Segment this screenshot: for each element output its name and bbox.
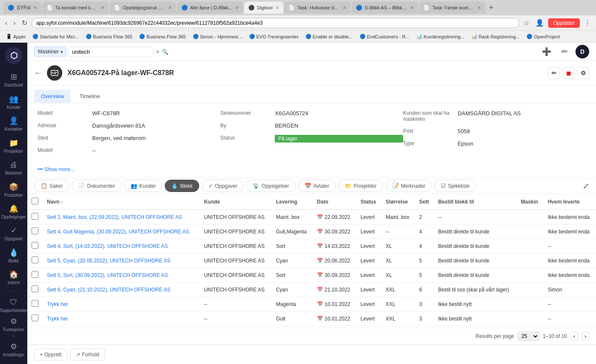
per-page-select[interactable]: 25 50 100 — [518, 332, 539, 341]
sidebar-item-oppgaver[interactable]: ✓ Oppgaver — [3, 224, 24, 244]
tab-dblikk[interactable]: 🔵 D-Blikk AS – Blikke... ✕ — [352, 2, 418, 14]
tab-task-hvitvaske[interactable]: 📄 Task: Hvitvaske dom... ✕ — [284, 2, 351, 14]
tab-task-forste[interactable]: 📄 Task: Første kontak... ✕ — [419, 2, 486, 14]
bookmark-bf365-1[interactable]: 🔵Business Flow 365 — [83, 33, 135, 40]
prev-page-button[interactable]: ‹ — [570, 332, 578, 341]
user-avatar[interactable]: D — [576, 45, 589, 58]
forhold-button[interactable]: ↗ Forhold — [70, 349, 105, 361]
sub-tab-sjekkliste[interactable]: ☑ Sjekkliste — [434, 180, 476, 192]
search-badge[interactable]: Maskiner ▾ — [34, 47, 67, 57]
edit-toggle-button[interactable]: ✏ — [558, 45, 571, 58]
bookmark-button[interactable]: ☆ — [522, 18, 531, 28]
row-checkbox-6[interactable] — [32, 300, 38, 307]
bookmark-startside[interactable]: 🔵Startside for Micr... — [30, 33, 81, 40]
row-checkbox-3[interactable] — [32, 256, 38, 263]
header-sett[interactable]: Sett — [415, 194, 433, 210]
show-more-link[interactable]: ••• Show more... — [27, 166, 596, 178]
expand-button[interactable]: ⤢ — [583, 181, 589, 191]
header-kunde[interactable]: Kunde — [200, 194, 272, 210]
tab-close-2[interactable]: ✕ — [101, 5, 105, 11]
record-back-button[interactable]: ← — [34, 69, 42, 78]
tab-close-6[interactable]: ✕ — [343, 5, 346, 11]
header-levering[interactable]: Levering — [272, 194, 313, 210]
sub-tab-blekk[interactable]: 💧 Blekk — [165, 180, 199, 192]
header-maskin[interactable]: Maskin — [517, 194, 544, 210]
search-submit-icon[interactable]: 🔍 — [162, 49, 169, 55]
sidebar-item-oppfolginger[interactable]: 🔔 Oppfølginger — [3, 201, 24, 221]
sidebar-item-dashbord[interactable]: ⊞ Dashbord — [3, 70, 24, 90]
sub-tab-oppgaver[interactable]: ✓ Oppgaver — [202, 180, 244, 192]
search-clear-icon[interactable]: ✕ — [155, 49, 160, 55]
header-dato[interactable]: Dato — [313, 194, 356, 210]
tab-timeline[interactable]: Timeline — [73, 90, 107, 103]
header-navn[interactable]: Navn ↑ — [43, 194, 200, 210]
select-all-checkbox[interactable] — [32, 198, 38, 204]
tab-syfol[interactable]: 🔵 SYFol ✕ — [3, 2, 41, 14]
row-checkbox-7[interactable] — [32, 314, 38, 321]
record-delete-button[interactable]: ◼ — [563, 67, 575, 79]
row-checkbox-2[interactable] — [32, 242, 38, 249]
tab-close-4[interactable]: ✕ — [235, 5, 239, 11]
sidebar-item-produkter[interactable]: 📦 Produkter — [3, 180, 24, 200]
row-checkbox-1[interactable] — [32, 227, 38, 234]
sidebar-item-maskiner[interactable]: 🖨 Maskiner — [3, 157, 24, 178]
sub-tab-merknader[interactable]: 📝 Merknader — [386, 180, 432, 192]
header-storrelse[interactable]: Størrelse — [381, 194, 415, 210]
tab-close-8[interactable]: ✕ — [477, 5, 481, 11]
reload-button[interactable]: ↻ — [20, 18, 29, 28]
forward-button[interactable]: › — [12, 18, 17, 28]
bookmark-openproject[interactable]: 🔵OpenProject — [524, 33, 562, 40]
row-checkbox-4[interactable] — [32, 271, 38, 278]
tab-close-3[interactable]: ✕ — [168, 5, 172, 11]
tab-close-syfol[interactable]: ✕ — [33, 5, 37, 11]
bookmark-evo[interactable]: 🔵EVO Treningssenter — [247, 33, 301, 40]
sub-tab-avtaler[interactable]: 📅 Avtaler — [298, 180, 336, 192]
sidebar-item-funksjoner[interactable]: ⚙ Funksjoner › — [3, 317, 24, 338]
bookmark-endcustomers[interactable]: 🔵EndCustomers - R... — [357, 33, 412, 40]
search-input[interactable] — [68, 47, 154, 57]
back-button[interactable]: ‹ — [3, 18, 9, 28]
row-checkbox-0[interactable] — [32, 213, 38, 220]
bookmark-rask[interactable]: 📊Rask Registrering... — [469, 33, 523, 40]
sub-tab-dokumenter[interactable]: 📄 Dokumenter — [72, 180, 121, 192]
sub-tab-kunder[interactable]: 👥 Kunder — [124, 180, 163, 192]
sidebar-item-internt[interactable]: 🏠 Internt — [3, 268, 24, 288]
record-edit-button[interactable]: ✏ — [548, 67, 560, 79]
row-checkbox-5[interactable] — [32, 285, 38, 292]
header-status[interactable]: Status — [356, 194, 381, 210]
tab-alle-apne[interactable]: 🔵 Alle åpne | D-Blikk... ✕ — [177, 2, 243, 14]
add-button[interactable]: ➕ — [540, 45, 553, 58]
tab-close-7[interactable]: ✕ — [410, 5, 414, 11]
sidebar-item-blekk[interactable]: 💧 Blekk — [3, 245, 24, 265]
cell-sett: 4 — [415, 224, 433, 239]
sub-tab-prosjekter[interactable]: 📁 Prosjekter — [338, 180, 383, 192]
header-bestill[interactable]: Bestill blekk til — [434, 194, 517, 210]
header-hvem[interactable]: Hvem leverte — [544, 194, 596, 210]
bookmark-apper[interactable]: 📱Apper — [3, 33, 28, 40]
sidebar-item-prosjekter[interactable]: 📁 Prosjekter — [3, 136, 24, 156]
tab-close-5[interactable]: ✕ — [275, 5, 279, 11]
sidebar-item-innstillinger[interactable]: ⚙ Innstillinger — [3, 339, 24, 360]
profile-button[interactable]: 👤 — [534, 18, 546, 28]
bookmark-bf365-2[interactable]: 🔵Business Flow 365 — [137, 33, 188, 40]
tab-ta-kontakt[interactable]: 📄 Ta kontakt med kun... ✕ — [42, 2, 109, 14]
new-tab-button[interactable]: + — [486, 3, 496, 12]
bookmark-enable[interactable]: 🔵Enable or disable... — [303, 33, 355, 40]
bookmark-simon[interactable]: 🔵Simon - Hjemmesi... — [190, 33, 245, 40]
menu-button[interactable]: ⋮ — [582, 18, 593, 28]
tab-overview[interactable]: Overview — [34, 90, 71, 103]
address-bar[interactable] — [32, 18, 519, 28]
update-button[interactable]: Oppdater — [548, 18, 580, 28]
bookmark-kundereg[interactable]: 📊Kunderegsitrering... — [414, 33, 467, 40]
opprett-button[interactable]: + Opprett — [34, 349, 67, 361]
bottom-bar: + Opprett ↗ Forhold — [27, 344, 596, 364]
sidebar-item-supportavtaler[interactable]: 🛡 Supportavtaler — [3, 295, 24, 315]
tab-digitool[interactable]: ⚫ Digitool ✕ — [244, 2, 284, 14]
sidebar-item-kunder[interactable]: 👥 Kunder — [3, 92, 24, 112]
tab-oppfolgingsbruk[interactable]: 📄 Oppfølgingsbruk og... ✕ — [110, 2, 176, 14]
sub-tab-saker[interactable]: 📋 Saker — [34, 180, 69, 192]
sidebar-item-kontakter[interactable]: 👤 Kontakter — [3, 114, 24, 134]
sub-tab-oppsigelser[interactable]: 📡 Oppsigelser — [246, 180, 295, 192]
next-page-button[interactable]: › — [581, 332, 589, 341]
record-settings-button[interactable]: ⚙ — [577, 67, 589, 79]
